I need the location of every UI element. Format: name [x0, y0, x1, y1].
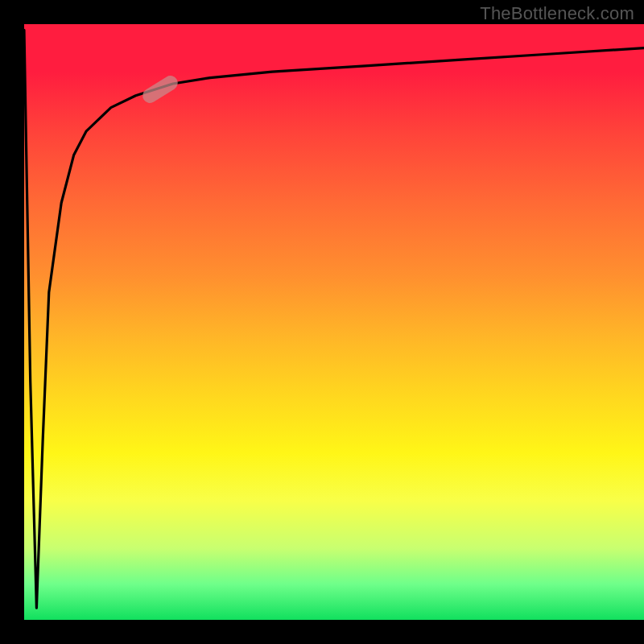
background-gradient — [24, 24, 644, 620]
chart-frame: TheBottleneck.com — [0, 0, 644, 644]
plot-area — [24, 24, 644, 620]
watermark-text: TheBottleneck.com — [480, 3, 634, 24]
